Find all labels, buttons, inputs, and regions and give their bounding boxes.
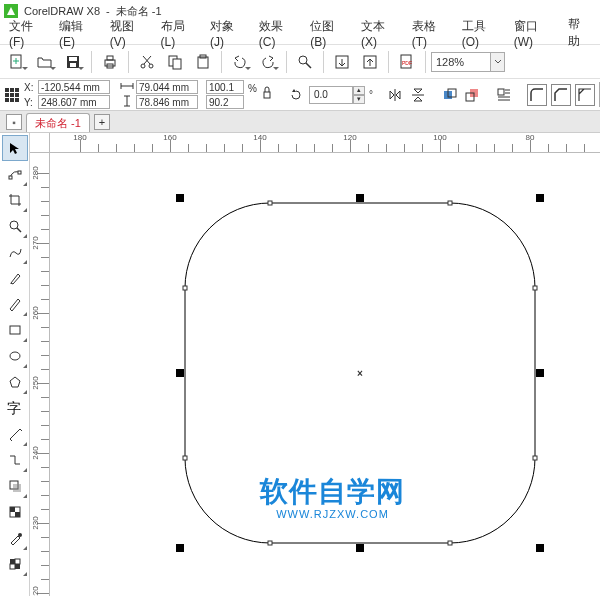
lock-ratio-button[interactable] — [261, 83, 273, 107]
open-button[interactable] — [32, 49, 58, 75]
tab-menu-button[interactable]: ▪ — [6, 114, 22, 130]
new-button[interactable] — [4, 49, 30, 75]
svg-rect-28 — [15, 93, 19, 97]
menu-tools[interactable]: 工具(O) — [457, 16, 507, 51]
menu-layout[interactable]: 布局(L) — [156, 16, 203, 51]
handle-br[interactable] — [536, 544, 544, 552]
svg-rect-26 — [5, 93, 9, 97]
canvas[interactable]: × 软件自学网 WWW.RJZXW.COM — [50, 153, 600, 596]
corner-chamfer-button[interactable] — [575, 84, 595, 106]
y-input[interactable]: 248.607 mm — [38, 95, 110, 109]
text-tool[interactable]: 字 — [2, 395, 28, 421]
cut-button[interactable] — [134, 49, 160, 75]
shape-tool[interactable] — [2, 161, 28, 187]
svg-rect-45 — [18, 171, 21, 174]
zoom-dropdown[interactable] — [491, 52, 505, 72]
menu-object[interactable]: 对象(J) — [205, 16, 252, 51]
menubar: 文件(F) 编辑(E) 视图(V) 布局(L) 对象(J) 效果(C) 位图(B… — [0, 22, 600, 44]
svg-rect-31 — [15, 98, 19, 102]
menu-window[interactable]: 窗口(W) — [509, 16, 561, 51]
paste-button[interactable] — [190, 49, 216, 75]
corner-scallop-button[interactable] — [551, 84, 571, 106]
document-tab[interactable]: 未命名 -1 — [26, 113, 90, 133]
undo-button[interactable] — [227, 49, 253, 75]
menu-edit[interactable]: 编辑(E) — [54, 16, 103, 51]
watermark-url: WWW.RJZXW.COM — [260, 508, 405, 520]
search-button[interactable] — [292, 49, 318, 75]
menu-table[interactable]: 表格(T) — [407, 16, 455, 51]
menu-text[interactable]: 文本(X) — [356, 16, 405, 51]
handle-ml[interactable] — [176, 369, 184, 377]
export-button[interactable] — [357, 49, 383, 75]
align-front-button[interactable] — [441, 82, 459, 108]
ellipse-tool[interactable] — [2, 343, 28, 369]
mirror-h-button[interactable] — [387, 82, 405, 108]
polygon-tool[interactable] — [2, 369, 28, 395]
menu-view[interactable]: 视图(V) — [105, 16, 154, 51]
center-marker[interactable]: × — [357, 368, 363, 379]
pick-tool[interactable] — [2, 135, 28, 161]
tab-add-button[interactable]: + — [94, 114, 110, 130]
handle-bl[interactable] — [176, 544, 184, 552]
menu-effect[interactable]: 效果(C) — [254, 16, 303, 51]
position-icon — [4, 86, 20, 104]
handle-tr[interactable] — [536, 194, 544, 202]
zoom-input[interactable]: 128% — [431, 52, 491, 72]
svg-rect-24 — [10, 88, 14, 92]
workspace: 字 1801601401201008060 280270260250240230… — [0, 132, 600, 596]
svg-rect-30 — [10, 98, 14, 102]
menu-help[interactable]: 帮助 — [563, 14, 596, 52]
redo-button[interactable] — [255, 49, 281, 75]
transparency-tool[interactable] — [2, 499, 28, 525]
toolbox: 字 — [0, 133, 30, 596]
scale-y-input[interactable]: 90.2 — [206, 95, 244, 109]
ruler-origin[interactable] — [30, 133, 50, 153]
svg-rect-23 — [5, 88, 9, 92]
svg-line-12 — [143, 56, 150, 64]
align-back-button[interactable] — [463, 82, 481, 108]
svg-line-53 — [20, 429, 22, 431]
ruler-vertical[interactable]: 280270260250240230220 — [30, 153, 50, 596]
crop-tool[interactable] — [2, 187, 28, 213]
save-button[interactable] — [60, 49, 86, 75]
wrap-text-button[interactable] — [495, 82, 513, 108]
print-button[interactable] — [97, 49, 123, 75]
svg-text:PDF: PDF — [402, 60, 412, 66]
svg-rect-29 — [5, 98, 9, 102]
ruler-horizontal[interactable]: 1801601401201008060 — [50, 133, 600, 153]
scale-x-input[interactable]: 100.1 — [206, 80, 244, 94]
connector-tool[interactable] — [2, 447, 28, 473]
menu-bitmap[interactable]: 位图(B) — [305, 16, 354, 51]
handle-tc[interactable] — [356, 194, 364, 202]
svg-rect-58 — [15, 512, 20, 517]
drop-shadow-tool[interactable] — [2, 473, 28, 499]
svg-rect-34 — [264, 92, 270, 98]
zoom-tool[interactable] — [2, 213, 28, 239]
rotation-input[interactable]: 0.0 — [309, 86, 353, 104]
svg-rect-62 — [10, 564, 15, 569]
rectangle-tool[interactable] — [2, 317, 28, 343]
pen-tool[interactable] — [2, 291, 28, 317]
rotation-spinner[interactable]: ▴▾ — [353, 86, 365, 104]
svg-rect-63 — [15, 564, 20, 569]
handle-mr[interactable] — [536, 369, 544, 377]
svg-point-49 — [10, 352, 20, 360]
handle-bc[interactable] — [356, 544, 364, 552]
publish-pdf-button[interactable]: PDF — [394, 49, 420, 75]
fill-tool[interactable] — [2, 551, 28, 577]
artistic-media-tool[interactable] — [2, 265, 28, 291]
x-input[interactable]: -120.544 mm — [38, 80, 110, 94]
copy-button[interactable] — [162, 49, 188, 75]
eyedropper-tool[interactable] — [2, 525, 28, 551]
corner-round-button[interactable] — [527, 84, 547, 106]
height-input[interactable]: 78.846 mm — [136, 95, 198, 109]
handle-tl[interactable] — [176, 194, 184, 202]
width-input[interactable]: 79.044 mm — [136, 80, 198, 94]
freehand-tool[interactable] — [2, 239, 28, 265]
rotate-ccw-button[interactable] — [287, 82, 305, 108]
import-button[interactable] — [329, 49, 355, 75]
parallel-dim-tool[interactable] — [2, 421, 28, 447]
mirror-v-button[interactable] — [409, 82, 427, 108]
svg-point-17 — [299, 56, 307, 64]
menu-file[interactable]: 文件(F) — [4, 16, 52, 51]
